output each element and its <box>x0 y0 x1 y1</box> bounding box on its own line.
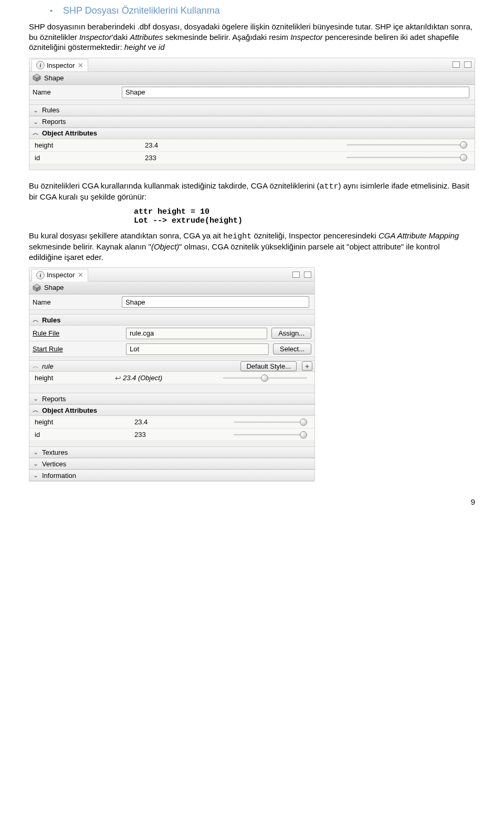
cga-height-label: height <box>35 374 113 382</box>
name-input[interactable]: Shape <box>122 296 309 308</box>
oa-height-row: height 23.4 <box>29 416 314 429</box>
cga-height-slider[interactable] <box>223 374 307 382</box>
info-icon: i <box>36 61 45 69</box>
start-rule-row: Start Rule Lot Select... <box>29 341 314 357</box>
inspector-tab[interactable]: i Inspector ✕ <box>32 59 88 71</box>
chevron-down-icon: ⌄ <box>33 395 39 402</box>
oa-height-slider[interactable] <box>234 419 307 426</box>
select-button[interactable]: Select... <box>273 343 311 354</box>
name-input[interactable]: Shape <box>122 87 469 98</box>
height-value: 23.4 <box>145 141 224 149</box>
oa-label: Object Attributes <box>42 406 97 414</box>
close-icon[interactable]: ✕ <box>78 271 83 279</box>
oa-height-value: 23.4 <box>134 418 182 426</box>
name-row: Name Shape <box>29 294 314 310</box>
height-slider[interactable] <box>346 141 467 149</box>
tab-label: Inspector <box>47 271 75 279</box>
rule-file-value: rule.cga <box>130 329 154 337</box>
height-label: height <box>35 141 145 149</box>
tabbar: i Inspector ✕ <box>29 268 314 281</box>
heading-shp: SHP Dosyası Özniteliklerini Kullanma <box>63 5 475 16</box>
vertices-section[interactable]: ⌄ Vertices <box>29 458 314 469</box>
vertices-label: Vertices <box>42 460 66 468</box>
info-label: Information <box>42 472 76 479</box>
p3c: sekmesinde belirir. Kaynak alanın " <box>29 242 151 251</box>
cga-height-row: height ↩ 23.4 (Object) <box>29 372 314 384</box>
chevron-down-icon: ⌄ <box>33 107 39 114</box>
p1-attributes: Attributes <box>130 33 163 41</box>
chevron-down-icon: ⌄ <box>33 460 39 467</box>
rule-file-input[interactable]: rule.cga <box>126 328 267 339</box>
rules-label: Rules <box>42 106 59 114</box>
p2-code: attr <box>320 182 339 191</box>
p3-cga: CGA Attribute Mapping <box>379 231 459 240</box>
shape-label: Shape <box>44 74 64 82</box>
close-icon[interactable]: ✕ <box>78 61 83 69</box>
chevron-down-icon: ⌄ <box>33 118 39 126</box>
slider-knob-icon[interactable] <box>460 154 467 161</box>
id-slider[interactable] <box>346 154 467 161</box>
reports-label: Reports <box>42 118 66 126</box>
chevron-down-icon: ⌄ <box>33 448 39 456</box>
maximize-icon[interactable] <box>304 271 311 278</box>
id-label: id <box>35 154 145 162</box>
rules-section[interactable]: ⌄ Rules <box>29 105 475 116</box>
rule-sub-label: rule <box>42 362 54 370</box>
oa-id-slider[interactable] <box>234 431 307 438</box>
slider-knob-icon[interactable] <box>261 374 268 382</box>
p1-inspector2: Inspector <box>290 33 323 41</box>
inspector-tab[interactable]: i Inspector ✕ <box>32 269 88 281</box>
code-line-2: Lot --> extrude(height) <box>134 216 475 225</box>
object-attributes-section[interactable]: ︿ Object Attributes <box>29 128 475 139</box>
name-value: Shape <box>125 88 145 96</box>
rule-subsection[interactable]: ︿ rule Default Style... + <box>29 360 314 372</box>
link-icon[interactable]: ↩ <box>113 374 123 382</box>
page-number: 9 <box>29 497 475 506</box>
reports-section[interactable]: ⌄ Reports <box>29 393 314 404</box>
slider-knob-icon[interactable] <box>300 431 307 438</box>
chevron-up-icon: ︿ <box>33 362 39 371</box>
chevron-up-icon: ︿ <box>33 316 39 325</box>
assign-button[interactable]: Assign... <box>271 328 311 339</box>
textures-label: Textures <box>42 448 68 456</box>
inspector-panel-2: i Inspector ✕ Shape Name Shape ︿ Rules R… <box>29 267 315 482</box>
default-style-button[interactable]: Default Style... <box>240 361 297 371</box>
shape-icon <box>33 284 41 292</box>
add-button[interactable]: + <box>302 361 312 371</box>
p2a: Bu öznitelikleri CGA kurallarında kullan… <box>29 181 320 190</box>
paragraph-2: Bu öznitelikleri CGA kurallarında kullan… <box>29 181 475 202</box>
p1-b: 'daki <box>112 33 130 41</box>
window-controls <box>453 61 475 68</box>
start-rule-input[interactable]: Lot <box>126 343 269 355</box>
code-line-1: attr height = 10 <box>134 207 475 216</box>
name-label: Name <box>33 88 122 96</box>
information-section[interactable]: ⌄ Information <box>29 469 314 481</box>
slider-knob-icon[interactable] <box>460 141 467 149</box>
shape-icon <box>33 74 41 82</box>
rule-file-label[interactable]: Rule File <box>33 329 122 337</box>
name-row: Name Shape <box>29 85 475 100</box>
tabbar: i Inspector ✕ <box>29 58 475 72</box>
rules-section[interactable]: ︿ Rules <box>29 314 314 326</box>
name-value: Shape <box>125 298 145 306</box>
rules-label: Rules <box>42 316 60 324</box>
slider-knob-icon[interactable] <box>300 419 307 426</box>
oa-id-value: 233 <box>134 431 182 438</box>
p3a: Bu kural dosyası şekillere atandıktan so… <box>29 231 223 240</box>
object-attributes-section[interactable]: ︿ Object Attributes <box>29 404 314 416</box>
shape-header: Shape <box>29 72 475 85</box>
paragraph-3: Bu kural dosyası şekillere atandıktan so… <box>29 231 475 263</box>
paragraph-1: SHP dosyasının beraberindeki .dbf dosyas… <box>29 22 475 53</box>
p1-id: id <box>159 43 165 51</box>
start-rule-value: Lot <box>130 345 139 353</box>
info-icon: i <box>36 271 45 279</box>
maximize-icon[interactable] <box>464 61 471 68</box>
textures-section[interactable]: ⌄ Textures <box>29 446 314 458</box>
oa-id-row: id 233 <box>29 429 314 441</box>
p1-c: sekmesinde belirir. Aşağıdaki resim <box>163 33 291 41</box>
start-rule-label[interactable]: Start Rule <box>33 345 122 353</box>
minimize-icon[interactable] <box>292 271 300 278</box>
shape-label: Shape <box>44 284 64 291</box>
reports-section[interactable]: ⌄ Reports <box>29 116 475 128</box>
minimize-icon[interactable] <box>453 61 460 68</box>
